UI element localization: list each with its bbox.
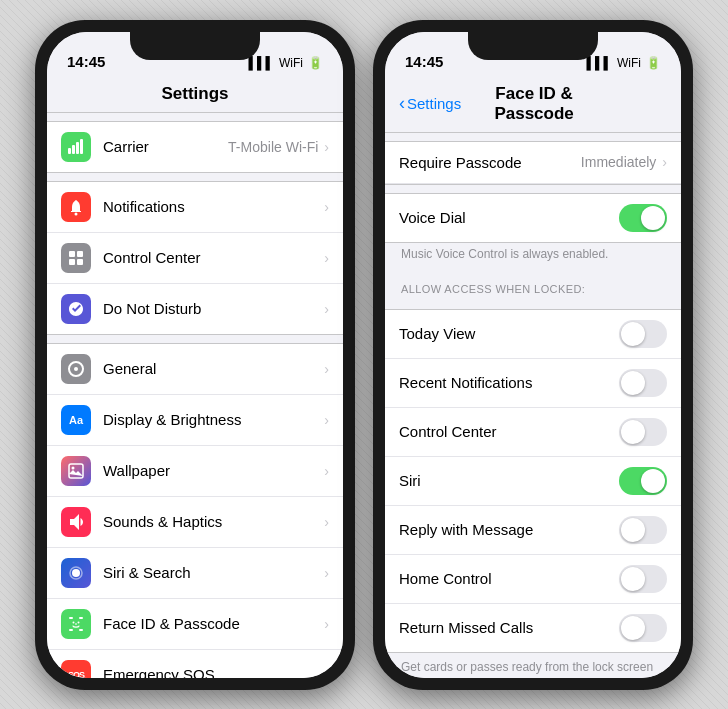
control-center-icon: [61, 243, 91, 273]
require-passcode-chevron: ›: [662, 154, 667, 170]
back-label[interactable]: Settings: [407, 95, 461, 112]
display-row[interactable]: Aa Display & Brightness ›: [47, 395, 343, 446]
settings-list[interactable]: Carrier T-Mobile Wi-Fi › Notifications ›: [47, 113, 343, 678]
left-nav-header: Settings: [47, 76, 343, 113]
siri-chevron: ›: [324, 565, 329, 581]
svg-point-13: [72, 569, 80, 577]
time-right: 14:45: [405, 53, 443, 70]
notch: [130, 32, 260, 60]
require-passcode-value: Immediately: [581, 154, 656, 170]
require-passcode-section: Require Passcode Immediately ›: [385, 141, 681, 185]
status-icons-right: ▌▌▌ WiFi 🔋: [586, 56, 661, 70]
wallpaper-chevron: ›: [324, 463, 329, 479]
carrier-section: Carrier T-Mobile Wi-Fi ›: [47, 121, 343, 173]
faceid-chevron: ›: [324, 616, 329, 632]
recent-notif-toggle[interactable]: [619, 369, 667, 397]
require-passcode-row[interactable]: Require Passcode Immediately ›: [385, 142, 681, 184]
siri-toggle[interactable]: [619, 467, 667, 495]
signal-icon: ▌▌▌: [248, 56, 274, 70]
reply-message-label: Reply with Message: [399, 521, 619, 538]
back-button[interactable]: ‹ Settings: [399, 93, 461, 114]
right-phone: 14:45 ▌▌▌ WiFi 🔋 ‹ Settings Face ID & Pa…: [373, 20, 693, 690]
svg-point-10: [74, 367, 78, 371]
siri-locked-label: Siri: [399, 472, 619, 489]
missed-calls-row[interactable]: Return Missed Calls: [385, 604, 681, 652]
faceid-row[interactable]: Face ID & Passcode ›: [47, 599, 343, 650]
voice-dial-note: Music Voice Control is always enabled.: [385, 243, 681, 269]
svg-rect-16: [79, 617, 83, 619]
missed-calls-label: Return Missed Calls: [399, 619, 619, 636]
carrier-row[interactable]: Carrier T-Mobile Wi-Fi ›: [47, 122, 343, 172]
svg-rect-15: [69, 617, 73, 619]
carrier-icon: [61, 132, 91, 162]
right-nav-title: Face ID & Passcode: [461, 84, 607, 124]
wallpaper-icon: [61, 456, 91, 486]
svg-rect-6: [77, 251, 83, 257]
right-notch: [468, 32, 598, 60]
control-center-locked-row[interactable]: Control Center: [385, 408, 681, 457]
right-nav-header: ‹ Settings Face ID & Passcode: [385, 76, 681, 133]
control-center-row[interactable]: Control Center ›: [47, 233, 343, 284]
siri-icon: [61, 558, 91, 588]
right-settings-scroll[interactable]: Require Passcode Immediately › Voice Dia…: [385, 133, 681, 678]
voice-dial-row[interactable]: Voice Dial: [385, 194, 681, 242]
control-center-label: Control Center: [103, 249, 324, 266]
section3: General › Aa Display & Brightness ›: [47, 343, 343, 678]
notifications-row[interactable]: Notifications ›: [47, 182, 343, 233]
home-control-toggle[interactable]: [619, 565, 667, 593]
general-row[interactable]: General ›: [47, 344, 343, 395]
siri-row[interactable]: Siri & Search ›: [47, 548, 343, 599]
section2: Notifications › Control Center ›: [47, 181, 343, 335]
home-control-row[interactable]: Home Control: [385, 555, 681, 604]
dnd-chevron: ›: [324, 301, 329, 317]
recent-notif-toggle-thumb: [621, 371, 645, 395]
voice-dial-label: Voice Dial: [399, 209, 619, 226]
svg-rect-5: [69, 251, 75, 257]
control-center-toggle[interactable]: [619, 418, 667, 446]
svg-rect-17: [69, 629, 73, 631]
home-control-toggle-thumb: [621, 567, 645, 591]
wallpaper-row[interactable]: Wallpaper ›: [47, 446, 343, 497]
svg-rect-1: [72, 145, 75, 154]
voice-dial-toggle[interactable]: [619, 204, 667, 232]
battery-icon-right: 🔋: [646, 56, 661, 70]
recent-notif-label: Recent Notifications: [399, 374, 619, 391]
emergency-icon: SOS: [61, 660, 91, 678]
siri-locked-row[interactable]: Siri: [385, 457, 681, 506]
svg-rect-0: [68, 148, 71, 154]
right-screen: 14:45 ▌▌▌ WiFi 🔋 ‹ Settings Face ID & Pa…: [385, 32, 681, 678]
today-view-row[interactable]: Today View: [385, 310, 681, 359]
sounds-row[interactable]: Sounds & Haptics ›: [47, 497, 343, 548]
reply-message-toggle-thumb: [621, 518, 645, 542]
faceid-label: Face ID & Passcode: [103, 615, 324, 632]
home-control-label: Home Control: [399, 570, 619, 587]
display-chevron: ›: [324, 412, 329, 428]
svg-rect-11: [69, 464, 83, 478]
carrier-label: Carrier: [103, 138, 228, 155]
today-view-toggle[interactable]: [619, 320, 667, 348]
wallpaper-label: Wallpaper: [103, 462, 324, 479]
reply-message-row[interactable]: Reply with Message: [385, 506, 681, 555]
svg-point-12: [72, 466, 75, 469]
control-center-locked-label: Control Center: [399, 423, 619, 440]
today-view-label: Today View: [399, 325, 619, 342]
dnd-row[interactable]: Do Not Disturb ›: [47, 284, 343, 334]
today-view-toggle-thumb: [621, 322, 645, 346]
control-center-toggle-thumb: [621, 420, 645, 444]
faceid-icon: [61, 609, 91, 639]
dnd-label: Do Not Disturb: [103, 300, 324, 317]
sounds-icon: [61, 507, 91, 537]
siri-toggle-thumb: [641, 469, 665, 493]
battery-icon: 🔋: [308, 56, 323, 70]
missed-calls-toggle[interactable]: [619, 614, 667, 642]
svg-rect-8: [77, 259, 83, 265]
voice-dial-section: Voice Dial: [385, 193, 681, 243]
left-phone: 14:45 ▌▌▌ WiFi 🔋 Settings: [35, 20, 355, 690]
emergency-chevron: ›: [324, 667, 329, 678]
require-passcode-label: Require Passcode: [399, 154, 581, 171]
recent-notif-row[interactable]: Recent Notifications: [385, 359, 681, 408]
wifi-icon-right: WiFi: [617, 56, 641, 70]
reply-message-toggle[interactable]: [619, 516, 667, 544]
emergency-row[interactable]: SOS Emergency SOS ›: [47, 650, 343, 678]
svg-rect-18: [79, 629, 83, 631]
